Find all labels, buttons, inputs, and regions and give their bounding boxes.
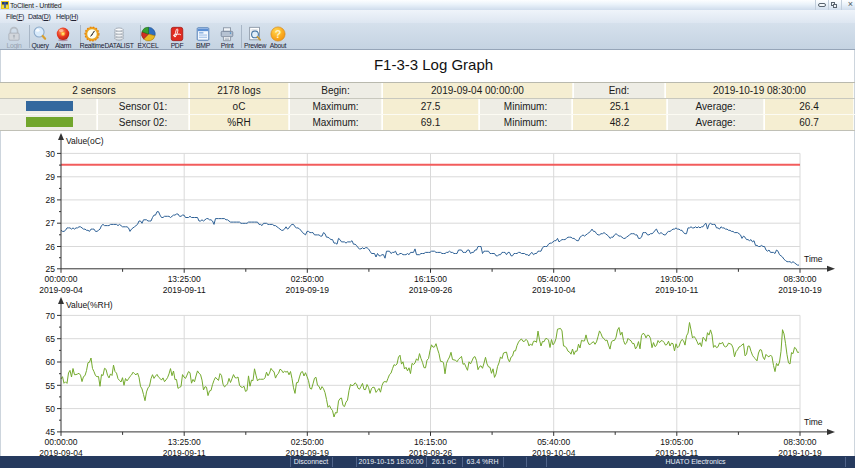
svg-text:26: 26 [46, 242, 56, 252]
svg-text:08:30:00: 08:30:00 [783, 274, 816, 284]
svg-text:Value(%RH): Value(%RH) [66, 300, 113, 310]
svg-text:19:05:00: 19:05:00 [660, 274, 693, 284]
svg-text:Value(oC): Value(oC) [66, 136, 104, 146]
svg-text:45: 45 [46, 427, 56, 437]
svg-text:55: 55 [46, 381, 56, 391]
svg-text:?: ? [275, 28, 282, 40]
svg-text:50: 50 [46, 404, 56, 414]
svg-text:65: 65 [46, 334, 56, 344]
svg-text:28: 28 [46, 195, 56, 205]
svg-text:16:15:00: 16:15:00 [414, 274, 447, 284]
svg-text:2019-10-11: 2019-10-11 [655, 285, 698, 295]
svg-text:13:25:00: 13:25:00 [168, 437, 201, 447]
svg-text:00:00:00: 00:00:00 [44, 437, 77, 447]
svg-text:2019-09-11: 2019-09-11 [163, 285, 206, 295]
svg-text:2019-10-19: 2019-10-19 [778, 285, 822, 295]
svg-text:08:30:00: 08:30:00 [783, 437, 816, 447]
svg-text:27: 27 [46, 218, 56, 228]
svg-text:Time: Time [804, 254, 823, 264]
svg-text:29: 29 [46, 172, 56, 182]
svg-text:60: 60 [46, 357, 56, 367]
svg-text:16:15:00: 16:15:00 [414, 437, 447, 447]
svg-text:13:25:00: 13:25:00 [168, 274, 201, 284]
svg-text:Time: Time [804, 417, 823, 427]
svg-text:02:50:00: 02:50:00 [291, 274, 324, 284]
svg-text:2019-10-04: 2019-10-04 [532, 285, 576, 295]
svg-text:2019-09-26: 2019-09-26 [409, 285, 453, 295]
svg-text:70: 70 [46, 311, 56, 321]
svg-text:02:50:00: 02:50:00 [291, 437, 324, 447]
svg-text:05:40:00: 05:40:00 [537, 274, 570, 284]
svg-text:2019-09-19: 2019-09-19 [286, 285, 330, 295]
svg-text:00:00:00: 00:00:00 [44, 274, 77, 284]
svg-text:25: 25 [46, 264, 56, 274]
svg-text:2019-09-04: 2019-09-04 [39, 285, 83, 295]
svg-text:30: 30 [46, 149, 56, 159]
svg-text:19:05:00: 19:05:00 [660, 437, 693, 447]
svg-text:05:40:00: 05:40:00 [537, 437, 570, 447]
